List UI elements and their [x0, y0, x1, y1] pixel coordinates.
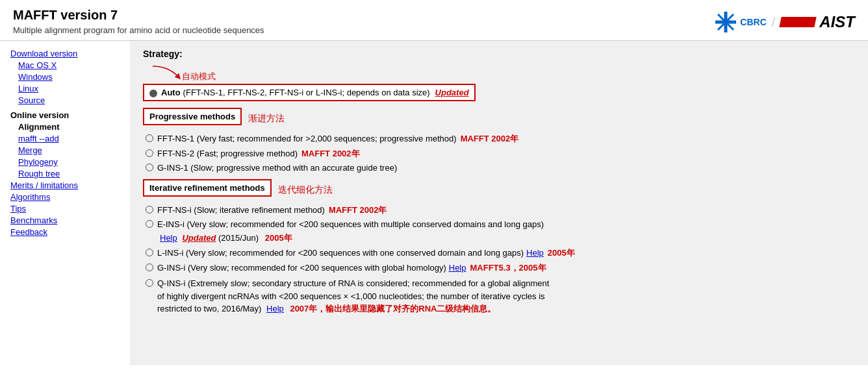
l-ins-i-help-link[interactable]: Help — [526, 248, 544, 258]
auto-strategy-row: Auto (FFT-NS-1, FFT-NS-2, FFT-NS-i or L-… — [143, 84, 476, 101]
l-ins-i-row: L-INS-i (Very slow; recommended for <200… — [143, 247, 855, 259]
sidebar-item-merits[interactable]: Merits / limitations — [10, 180, 120, 190]
g-ins-i-year: MAFFT5.3，2005年 — [470, 262, 546, 274]
auto-label: Auto — [161, 88, 181, 97]
iterative-methods-box: Iterative refinement methods — [143, 179, 272, 197]
progressive-chinese: 渐进方法 — [248, 113, 285, 125]
sidebar-online-version-title: Online version — [10, 110, 120, 120]
main-layout: Download version Mac OS X Windows Linux … — [0, 41, 868, 365]
iterative-chinese: 迭代细化方法 — [278, 184, 333, 196]
q-ins-i-line2: of highly divergent ncRNAs with <200 seq… — [157, 290, 549, 303]
logo-divider: / — [772, 15, 776, 30]
progressive-header-row: Progressive methods 渐进方法 — [143, 108, 855, 129]
fft-nsi-row: FFT-NS-i (Slow; iterative refinement met… — [143, 204, 855, 216]
g-ins1-radio[interactable] — [146, 164, 153, 171]
sidebar-alignment-title: Alignment — [10, 122, 120, 132]
sidebar-item-source[interactable]: Source — [18, 95, 120, 105]
cbrc-icon — [714, 10, 737, 34]
l-ins-i-radio[interactable] — [146, 249, 153, 256]
sidebar-item-phylogeny[interactable]: Phylogeny — [18, 157, 120, 167]
sidebar-item-linux[interactable]: Linux — [18, 84, 120, 93]
q-ins-i-help-link[interactable]: Help — [266, 304, 284, 313]
fft-ns1-year: MAFFT 2002年 — [461, 133, 519, 145]
fft-nsi-year: MAFFT 2002年 — [329, 204, 387, 216]
auto-annotation-row: 自动模式 — [149, 63, 855, 82]
sidebar-item-mafft-add[interactable]: mafft --add — [18, 134, 120, 143]
sidebar-item-merge[interactable]: Merge — [18, 145, 120, 155]
g-ins-i-text: G-INS-i (Very slow; recommended for <200… — [157, 263, 446, 273]
sidebar-item-mac[interactable]: Mac OS X — [18, 60, 120, 70]
e-ins-i-extra-row: Help Updated (2015/Jun) 2005年 — [143, 232, 855, 244]
fft-ns1-text: FFT-NS-1 (Very fast; recommended for >2,… — [157, 134, 457, 143]
g-ins1-text: G-INS-1 (Slow; progressive method with a… — [157, 163, 397, 173]
auto-radio[interactable] — [149, 90, 157, 97]
e-ins-i-updated-badge: Updated — [182, 233, 216, 243]
fft-ns2-row: FFT-NS-2 (Fast; progressive method) MAFF… — [143, 148, 855, 160]
sidebar-item-algorithms[interactable]: Algorithms — [10, 192, 120, 202]
sidebar-item-feedback[interactable]: Feedback — [10, 227, 120, 237]
q-ins-i-line3: restricted to two, 2016/May) — [157, 304, 261, 313]
sidebar-item-rough-tree[interactable]: Rough tree — [18, 169, 120, 178]
main-content: Strategy: 自动模式 Auto (FFT-NS-1, FFT-NS-2,… — [130, 41, 868, 365]
fft-ns1-row: FFT-NS-1 (Very fast; recommended for >2,… — [143, 133, 855, 145]
page-subtitle: Multiple alignment program for amino aci… — [13, 25, 264, 35]
iterative-header-row: Iterative refinement methods 迭代细化方法 — [143, 179, 855, 201]
auto-desc: (FFT-NS-1, FFT-NS-2, FFT-NS-i or L-INS-i… — [183, 88, 430, 97]
e-ins-i-help-link[interactable]: Help — [160, 233, 177, 243]
e-ins-i-radio[interactable] — [146, 220, 153, 228]
q-ins-i-row: Q-INS-i (Extremely slow; secondary struc… — [143, 277, 855, 315]
fft-nsi-radio[interactable] — [146, 206, 153, 214]
updated-badge: Updated — [435, 88, 469, 97]
q-ins-i-line1: Q-INS-i (Extremely slow; secondary struc… — [157, 277, 549, 290]
q-ins-i-line3-row: restricted to two, 2016/May) Help 2007年，… — [157, 302, 549, 315]
e-ins-i-date: (2015/Jun) — [218, 233, 259, 243]
fft-nsi-text: FFT-NS-i (Slow; iterative refinement met… — [157, 205, 325, 215]
aist-logo: AIST — [780, 13, 855, 31]
progressive-methods-box: Progressive methods — [143, 108, 242, 125]
g-ins-i-radio[interactable] — [146, 263, 153, 271]
q-ins-i-year: 2007年，输出结果里隐藏了对齐的RNA二级结构信息。 — [290, 304, 496, 313]
auto-annotation-text: 自动模式 — [182, 71, 216, 82]
fft-ns2-text: FFT-NS-2 (Fast; progressive method) — [157, 149, 298, 158]
sidebar-item-benchmarks[interactable]: Benchmarks — [10, 215, 120, 225]
e-ins-i-text: E-INS-i (Very slow; recommended for <200… — [157, 219, 544, 229]
g-ins-i-row: G-INS-i (Very slow; recommended for <200… — [143, 262, 855, 274]
page-title: MAFFT version 7 — [13, 8, 264, 23]
page-header: MAFFT version 7 Multiple alignment progr… — [0, 0, 868, 41]
l-ins-i-text: L-INS-i (Very slow; recommended for <200… — [157, 248, 524, 258]
g-ins-i-help-link[interactable]: Help — [449, 263, 466, 273]
sidebar: Download version Mac OS X Windows Linux … — [0, 41, 130, 365]
q-ins-i-radio[interactable] — [146, 279, 153, 287]
sidebar-item-download[interactable]: Download version — [10, 49, 120, 58]
fft-ns2-year: MAFFT 2002年 — [301, 148, 360, 160]
e-ins-i-row: E-INS-i (Very slow; recommended for <200… — [143, 219, 855, 229]
e-ins-i-updated-text: Updated (2015/Jun) — [182, 233, 261, 243]
l-ins-i-year: 2005年 — [548, 247, 575, 259]
fft-ns2-radio[interactable] — [146, 149, 153, 157]
strategy-label: Strategy: — [143, 49, 855, 59]
fft-ns1-radio[interactable] — [146, 134, 153, 142]
e-ins-i-year: 2005年 — [265, 233, 292, 243]
logo-area: CBRC / AIST — [714, 8, 855, 34]
sidebar-item-windows[interactable]: Windows — [18, 72, 120, 82]
cbrc-text: CBRC — [740, 17, 766, 27]
sidebar-item-tips[interactable]: Tips — [10, 204, 120, 214]
g-ins1-row: G-INS-1 (Slow; progressive method with a… — [143, 163, 855, 173]
